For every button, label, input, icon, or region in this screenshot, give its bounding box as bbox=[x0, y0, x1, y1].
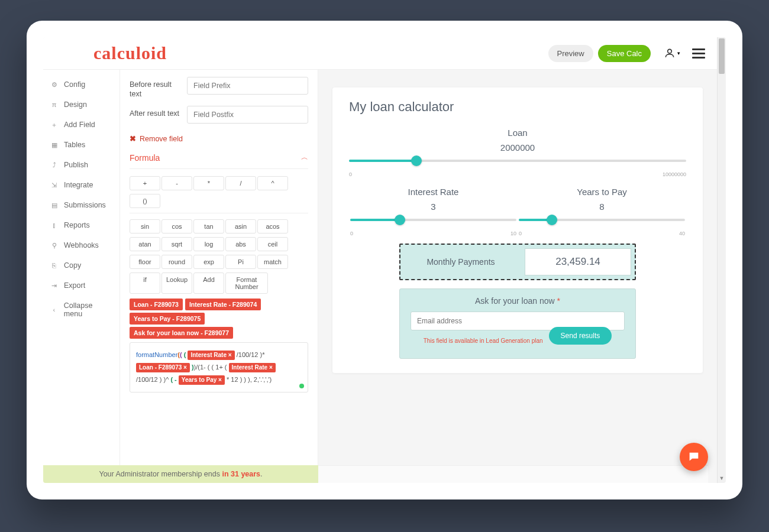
hamburger-menu-icon[interactable] bbox=[692, 48, 705, 59]
nav-label: Submissions bbox=[64, 201, 106, 209]
remove-field-label: Remove field bbox=[140, 135, 183, 143]
x-icon: ✖ bbox=[130, 134, 136, 143]
op-lookup[interactable]: Lookup bbox=[161, 273, 192, 294]
formula-editor[interactable]: formatNumber(( ( Interest Rate × /100/12… bbox=[130, 342, 308, 392]
loan-min: 0 bbox=[349, 171, 352, 177]
formula-text: * 12 ) ) ), 2,'.',',') bbox=[227, 376, 272, 383]
years-max: 40 bbox=[679, 231, 685, 236]
sidebar-item-reports[interactable]: ⫿Reports bbox=[43, 215, 119, 235]
rate-value: 3 bbox=[350, 200, 516, 213]
svg-point-0 bbox=[668, 49, 672, 53]
nav-label: Collapse menu bbox=[64, 301, 112, 318]
result-box[interactable]: Monthly Payments 23,459.14 bbox=[399, 244, 636, 280]
sidebar-item-integrate[interactable]: ⇲Integrate bbox=[43, 175, 119, 195]
field-chip[interactable]: Ask for your loan now - F289077 bbox=[130, 327, 233, 339]
nav-icon: ＋ bbox=[50, 121, 58, 129]
op-[interactable]: * bbox=[193, 176, 224, 190]
op-ceil[interactable]: ceil bbox=[257, 237, 288, 251]
sidebar-item-config[interactable]: ⚙Config bbox=[43, 74, 119, 95]
formula-text: /100/12 ) ) bbox=[136, 376, 166, 383]
user-menu[interactable]: ▾ bbox=[664, 47, 680, 59]
formula-token[interactable]: Loan - F289073 × bbox=[136, 363, 190, 372]
formula-token[interactable]: Interest Rate × bbox=[188, 351, 234, 360]
nav-icon: ▤ bbox=[50, 202, 58, 209]
field-postfix-input[interactable] bbox=[187, 106, 308, 124]
nav-label: Add Field bbox=[64, 121, 95, 129]
nav-label: Design bbox=[64, 100, 87, 109]
op-sqrt[interactable]: sqrt bbox=[161, 237, 192, 251]
sidebar-item-add-field[interactable]: ＋Add Field bbox=[43, 115, 119, 135]
footer-bold: in 31 years bbox=[222, 470, 260, 478]
sidebar-item-tables[interactable]: ▦Tables bbox=[43, 135, 119, 155]
topbar: calculoid Preview Save Calc ▾ bbox=[43, 37, 717, 70]
brand-logo[interactable]: calculoid bbox=[93, 43, 167, 63]
before-result-label: Before result text bbox=[130, 77, 180, 99]
nav-label: Tables bbox=[64, 141, 85, 149]
remove-field-link[interactable]: ✖ Remove field bbox=[130, 134, 183, 143]
op-acos[interactable]: acos bbox=[257, 219, 288, 233]
result-label: Monthly Payments bbox=[400, 248, 521, 276]
scroll-down-icon[interactable]: ▼ bbox=[718, 474, 726, 483]
field-chip[interactable]: Interest Rate - F289074 bbox=[185, 299, 261, 310]
sidebar-item-publish[interactable]: ⤴Publish bbox=[43, 155, 119, 175]
rate-slider[interactable] bbox=[350, 214, 516, 229]
nav-icon: ▦ bbox=[50, 141, 58, 149]
op-pi[interactable]: Pi bbox=[225, 255, 256, 269]
sidebar-item-webhooks[interactable]: ⚲Webhooks bbox=[43, 235, 119, 255]
save-calc-button[interactable]: Save Calc bbox=[598, 45, 651, 62]
op-[interactable]: / bbox=[225, 176, 256, 190]
op-[interactable]: + bbox=[130, 176, 160, 190]
loan-slider[interactable] bbox=[349, 155, 686, 170]
send-results-button[interactable]: Send results bbox=[549, 327, 612, 345]
sidebar-item-submissions[interactable]: ▤Submissions bbox=[43, 195, 119, 215]
op-add[interactable]: Add bbox=[193, 273, 224, 294]
op-[interactable]: () bbox=[130, 194, 160, 208]
sidebar-item-export[interactable]: ⇥Export bbox=[43, 275, 119, 296]
sidebar-item-copy[interactable]: ⎘Copy bbox=[43, 255, 119, 275]
calc-title: My loan calculator bbox=[349, 99, 686, 115]
user-icon bbox=[664, 47, 676, 59]
op-round[interactable]: round bbox=[161, 255, 192, 269]
preview-button[interactable]: Preview bbox=[548, 45, 593, 62]
sidebar-item-design[interactable]: πDesign bbox=[43, 95, 119, 115]
years-slider[interactable] bbox=[519, 214, 685, 229]
rate-max: 10 bbox=[510, 231, 516, 236]
field-chip[interactable]: Years to Pay - F289075 bbox=[130, 313, 205, 325]
op-[interactable]: ^ bbox=[257, 176, 288, 190]
plan-note: This field is available in Lead Generati… bbox=[424, 338, 543, 344]
after-result-label: After result text bbox=[130, 106, 180, 119]
editor-panel: Before result text After result text ✖ R… bbox=[120, 70, 318, 483]
field-prefix-input[interactable] bbox=[187, 77, 308, 95]
field-chip[interactable]: Loan - F289073 bbox=[130, 299, 183, 310]
op-log[interactable]: log bbox=[193, 237, 224, 251]
nav-label: Copy bbox=[64, 261, 81, 270]
result-value: 23,459.14 bbox=[525, 248, 631, 275]
nav-icon: ‹ bbox=[50, 306, 58, 314]
formula-token[interactable]: Years to Pay × bbox=[179, 375, 225, 385]
op-formatnumber[interactable]: Format Number bbox=[225, 273, 268, 294]
chat-fab[interactable] bbox=[680, 443, 708, 471]
scroll-thumb[interactable] bbox=[719, 38, 725, 74]
op-exp[interactable]: exp bbox=[193, 255, 224, 269]
op-abs[interactable]: abs bbox=[225, 237, 256, 251]
op-match[interactable]: match bbox=[257, 255, 288, 269]
nav-icon: π bbox=[50, 101, 58, 109]
sidebar-item-collapse-menu[interactable]: ‹Collapse menu bbox=[43, 296, 119, 324]
ask-title: Ask for your loan now bbox=[475, 296, 555, 306]
op-atan[interactable]: atan bbox=[130, 237, 160, 251]
calculator-card: My loan calculator Loan 2000000 01000000… bbox=[332, 87, 703, 373]
op-asin[interactable]: asin bbox=[225, 219, 256, 233]
op-if[interactable]: if bbox=[130, 273, 160, 294]
op-[interactable]: - bbox=[161, 176, 192, 190]
op-sin[interactable]: sin bbox=[130, 219, 160, 233]
op-tan[interactable]: tan bbox=[193, 219, 224, 233]
op-cos[interactable]: cos bbox=[161, 219, 192, 233]
sidebar: ⚙ConfigπDesign＋Add Field▦Tables⤴Publish⇲… bbox=[43, 70, 120, 483]
vertical-scrollbar[interactable]: ▲ ▼ bbox=[717, 37, 726, 483]
footer: Your Administrator membership ends in 31… bbox=[43, 465, 708, 483]
formula-token[interactable]: Interest Rate × bbox=[229, 363, 276, 372]
rate-label: Interest Rate bbox=[350, 183, 516, 200]
nav-label: Reports bbox=[64, 221, 90, 229]
op-floor[interactable]: floor bbox=[130, 255, 160, 269]
collapse-formula-icon[interactable]: ︿ bbox=[301, 153, 308, 163]
